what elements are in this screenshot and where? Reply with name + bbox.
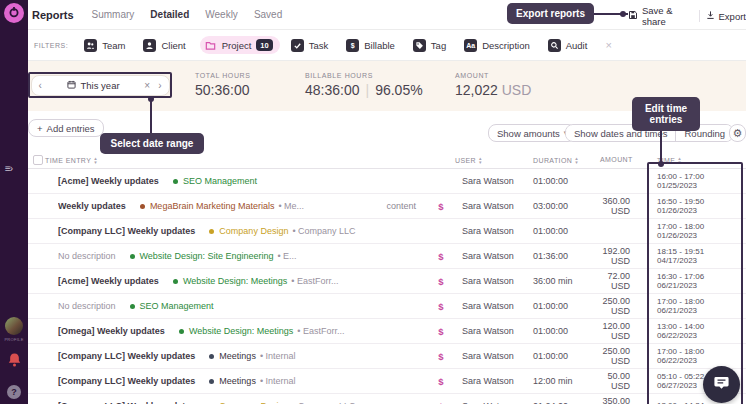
billable-icon[interactable]: $ — [428, 351, 454, 362]
entry-description[interactable]: [Company LLC] Weekly updates — [58, 376, 195, 386]
description-icon: Aa — [464, 39, 477, 52]
help-icon[interactable]: ? — [7, 385, 21, 399]
filter-chip-team[interactable]: Team — [80, 36, 132, 54]
entry-project[interactable]: SEO Management — [183, 176, 257, 186]
entry-description[interactable]: [Acme] Weekly updates — [58, 176, 159, 186]
time-date: 06/22/2023 — [657, 356, 746, 366]
entry-duration[interactable]: 01:00:00 — [526, 226, 590, 236]
entry-description[interactable]: [Acme] Weekly updates — [58, 276, 159, 286]
billable-icon[interactable]: $ — [428, 276, 454, 287]
table-row[interactable]: [Acme] Weekly updates SEO Management Sar… — [28, 169, 746, 194]
entry-duration[interactable]: 01:00:00 — [526, 351, 590, 361]
entry-project[interactable]: Website Design: Meetings — [183, 276, 287, 286]
entry-time[interactable]: 17:00 - 18:00 06/22/2023 — [648, 347, 746, 366]
calendar-icon — [67, 80, 76, 91]
avatar[interactable] — [5, 317, 23, 335]
tab-summary[interactable]: Summary — [92, 9, 135, 20]
col-amount[interactable]: AMOUNT — [600, 156, 633, 163]
billable-icon[interactable]: $ — [428, 401, 454, 404]
gear-icon[interactable]: ⚙ — [729, 124, 746, 142]
entry-project[interactable]: Website Design: Site Engineering — [140, 251, 274, 261]
table-row[interactable]: [Company LLC] Weekly updates Meetings • … — [28, 369, 746, 394]
entry-time[interactable]: 17:00 - 18:00 06/21/2023 — [648, 297, 746, 316]
filter-chip-client[interactable]: Client — [139, 36, 192, 54]
filter-chip-description[interactable]: AaDescription — [460, 36, 537, 54]
col-user[interactable]: USER ▴▾ — [455, 156, 482, 164]
tab-detailed[interactable]: Detailed — [150, 9, 189, 20]
chevron-right-icon[interactable]: › — [158, 80, 161, 91]
table-row[interactable]: [Company LLC] Weekly updates Meetings • … — [28, 344, 746, 369]
app-logo[interactable] — [4, 3, 24, 23]
sort-icon[interactable]: ▴▾ — [678, 156, 681, 164]
entry-duration[interactable]: 12:00 min — [526, 376, 590, 386]
entry-project[interactable]: Meetings — [219, 351, 256, 361]
entry-duration[interactable]: 01:00:00 — [526, 326, 590, 336]
total-hours-value: 50:36:00 — [195, 82, 250, 98]
billable-icon[interactable]: $ — [428, 376, 454, 387]
entry-description[interactable]: No description — [58, 301, 116, 311]
table-row[interactable]: No description SEO Management $ Sara Wat… — [28, 294, 746, 319]
billable-icon[interactable]: $ — [428, 251, 454, 262]
billable-icon[interactable]: $ — [428, 326, 454, 337]
sort-icon[interactable]: ▴▾ — [479, 156, 482, 164]
project-dot-icon — [173, 279, 178, 284]
table-row[interactable]: No description Website Design: Site Engi… — [28, 244, 746, 269]
entry-description[interactable]: No description — [58, 251, 116, 261]
sort-icon[interactable]: ▴▾ — [94, 156, 97, 164]
entry-time[interactable]: 17:00 - 18:00 01/26/2023 — [648, 222, 746, 241]
entry-duration[interactable]: 03:00:00 — [526, 201, 590, 211]
col-duration[interactable]: DURATION ▴▾ — [533, 156, 578, 164]
entry-description[interactable]: Weekly updates — [58, 201, 126, 211]
clear-filter-icon[interactable]: × — [605, 39, 611, 51]
entry-amount: 50.00 USD — [590, 371, 648, 391]
filter-chip-audit[interactable]: Audit — [544, 36, 595, 54]
filter-chip-tag[interactable]: Tag — [409, 36, 453, 54]
add-entries-button[interactable]: + Add entries — [28, 119, 104, 137]
time-date: 01/26/2023 — [657, 231, 746, 241]
select-all-checkbox[interactable] — [33, 155, 43, 165]
entry-project[interactable]: Company Design — [219, 226, 288, 236]
table-row[interactable]: [Acme] Weekly updates Website Design: Me… — [28, 269, 746, 294]
save-share-button[interactable]: Save & share — [628, 5, 693, 27]
tab-weekly[interactable]: Weekly — [205, 9, 238, 20]
table-row[interactable]: Weekly updates MegaBrain Marketing Mater… — [28, 194, 746, 219]
chat-button[interactable] — [703, 366, 740, 403]
time-date: 01/25/2023 — [657, 181, 746, 191]
tab-saved[interactable]: Saved — [254, 9, 282, 20]
sort-icon[interactable]: ▴▾ — [575, 156, 578, 164]
entry-project[interactable]: SEO Management — [140, 301, 214, 311]
export-button[interactable]: Export — [706, 10, 746, 22]
entry-duration[interactable]: 01:00:00 — [526, 301, 590, 311]
table-row[interactable]: [Company LLC] Weekly updates Company Des… — [28, 394, 746, 404]
connector-line — [150, 98, 152, 133]
billable-icon[interactable]: $ — [428, 301, 454, 312]
show-amounts-button[interactable]: Show amounts ▾ — [488, 124, 576, 142]
table-row[interactable]: [Company LLC] Weekly updates Company Des… — [28, 219, 746, 244]
entry-description[interactable]: [Company LLC] Weekly updates — [58, 351, 195, 361]
task-icon — [291, 39, 304, 52]
entry-description[interactable]: [Company LLC] Weekly updates — [58, 226, 195, 236]
entry-duration[interactable]: 36:00 min — [526, 276, 590, 286]
table-row[interactable]: [Omega] Weekly updates Website Design: M… — [28, 319, 746, 344]
entry-project[interactable]: MegaBrain Marketing Materials — [150, 201, 275, 211]
entry-time[interactable]: 16:50 - 19:50 01/26/2023 — [648, 197, 746, 216]
sidebar-expand-icon[interactable]: ≡› — [5, 163, 12, 174]
date-range-picker[interactable]: ‹ This year × › — [31, 75, 170, 96]
entry-duration[interactable]: 01:00:00 — [526, 176, 590, 186]
entry-time[interactable]: 13:00 - 14:00 06/22/2023 — [648, 322, 746, 341]
filter-chip-project[interactable]: Project10 — [200, 36, 280, 54]
notifications-icon[interactable] — [7, 352, 22, 367]
entry-time[interactable]: 18:15 - 19:51 04/17/2023 — [648, 247, 746, 266]
filter-chip-task[interactable]: Task — [287, 36, 336, 54]
entry-time[interactable]: 16:30 - 17:06 06/21/2023 — [648, 272, 746, 291]
entry-project[interactable]: Website Design: Meetings — [189, 326, 293, 336]
entry-client: • Internal — [260, 376, 296, 386]
entry-time[interactable]: 16:00 - 17:00 01/25/2023 — [648, 172, 746, 191]
col-time-entry[interactable]: TIME ENTRY ▴▾ — [45, 156, 97, 164]
billable-icon[interactable]: $ — [428, 201, 454, 212]
filter-chip-billable[interactable]: $Billable — [342, 36, 402, 54]
clear-date-icon[interactable]: × — [144, 80, 150, 91]
entry-project[interactable]: Meetings — [219, 376, 256, 386]
entry-description[interactable]: [Omega] Weekly updates — [58, 326, 165, 336]
entry-duration[interactable]: 01:36:00 — [526, 251, 590, 261]
